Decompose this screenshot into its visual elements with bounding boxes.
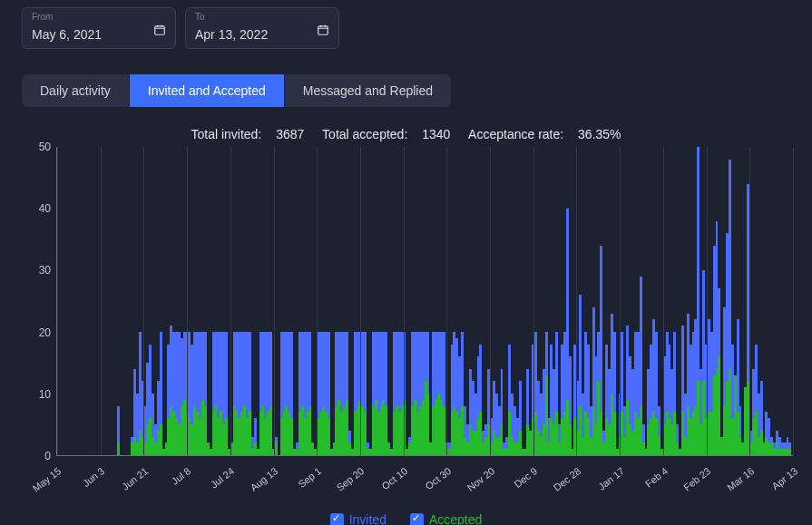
x-tick: Oct 10 xyxy=(380,465,410,491)
x-tick: Jun 21 xyxy=(119,465,149,492)
x-tick: Mar 16 xyxy=(725,465,756,493)
x-tick: Dec 28 xyxy=(552,465,583,493)
legend-invited-label: Invited xyxy=(349,512,386,525)
y-tick: 40 xyxy=(39,202,51,215)
y-tick: 10 xyxy=(39,388,51,401)
y-tick: 50 xyxy=(39,141,51,153)
total-accepted-label: Total accepted: xyxy=(322,127,407,141)
legend-accepted-label: Accepted xyxy=(429,512,482,525)
legend-invited-toggle[interactable]: Invited xyxy=(330,512,386,525)
tab-messaged-replied[interactable]: Messaged and Replied xyxy=(285,74,451,107)
x-tick: Jan 17 xyxy=(596,465,626,492)
total-invited-label: Total invited: xyxy=(191,127,261,141)
x-tick: Feb 4 xyxy=(643,465,670,490)
acceptance-rate-label: Acceptance rate: xyxy=(468,127,563,141)
calendar-icon xyxy=(317,24,329,36)
x-tick: Nov 20 xyxy=(465,465,496,493)
x-tick: Oct 30 xyxy=(423,465,453,491)
chart-area: 01020304050 May 15Jun 3Jun 21Jul 8Jul 24… xyxy=(22,147,793,469)
legend-accepted-checkbox[interactable] xyxy=(410,513,424,526)
y-tick: 20 xyxy=(39,326,51,339)
x-tick: Jun 3 xyxy=(81,465,107,489)
tab-invited-accepted[interactable]: Invited and Accepted xyxy=(130,74,285,107)
x-tick: Apr 13 xyxy=(769,465,799,491)
legend-invited-checkbox[interactable] xyxy=(330,513,344,526)
x-tick: Sep 1 xyxy=(296,465,323,490)
y-tick: 0 xyxy=(44,450,51,462)
date-to-label: To xyxy=(195,12,205,22)
tab-daily-activity[interactable]: Daily activity xyxy=(22,74,130,107)
chart-legend: Invited Accepted xyxy=(22,512,790,525)
total-accepted-value: 1340 xyxy=(422,127,450,141)
date-from-input[interactable]: From May 6, 2021 xyxy=(22,7,176,49)
x-tick: Jul 8 xyxy=(170,465,193,487)
y-tick: 30 xyxy=(39,264,51,277)
x-tick: Dec 9 xyxy=(513,465,540,490)
svg-rect-1 xyxy=(318,26,328,34)
total-invited-value: 3687 xyxy=(276,127,304,141)
date-from-value: May 6, 2021 xyxy=(32,27,102,42)
bar-column[interactable] xyxy=(788,147,791,455)
x-tick: Aug 13 xyxy=(248,465,279,493)
x-tick: Jul 24 xyxy=(209,465,237,491)
bar-accepted xyxy=(788,449,791,455)
summary-stats: Total invited: 3687 Total accepted: 1340… xyxy=(22,127,790,141)
calendar-icon xyxy=(153,24,166,36)
x-tick: Feb 23 xyxy=(681,465,712,493)
date-to-value: Apr 13, 2022 xyxy=(195,27,268,42)
x-tick: May 15 xyxy=(31,465,64,494)
report-tabs: Daily activity Invited and Accepted Mess… xyxy=(22,74,451,107)
x-tick: Sep 20 xyxy=(335,465,367,493)
date-to-input[interactable]: To Apr 13, 2022 xyxy=(185,7,339,49)
legend-accepted-toggle[interactable]: Accepted xyxy=(410,512,482,525)
date-from-label: From xyxy=(32,12,53,22)
acceptance-rate-value: 36.35% xyxy=(578,127,621,141)
svg-rect-0 xyxy=(155,26,165,34)
